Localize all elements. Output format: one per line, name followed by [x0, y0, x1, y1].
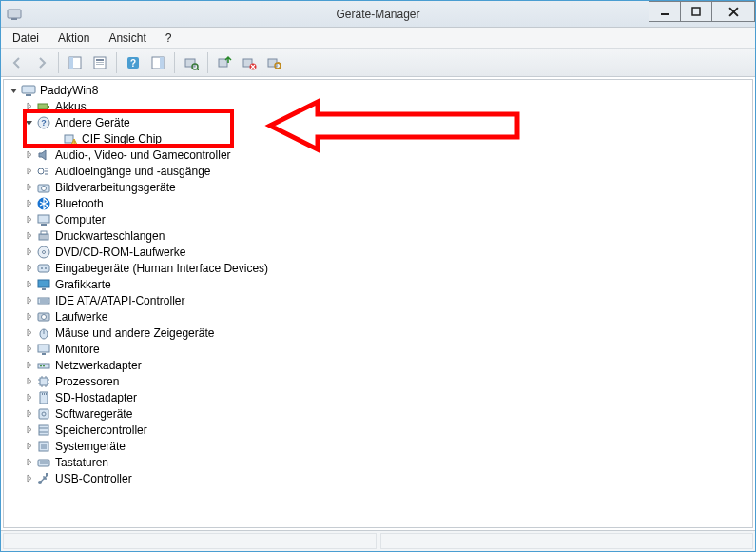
tree-root-node[interactable]: PaddyWin8: [8, 82, 752, 98]
content-area: PaddyWin8Akkus?Andere Geräte!CIF Single …: [1, 77, 755, 551]
mouse-icon: [36, 325, 51, 341]
expand-toggle-icon[interactable]: [23, 150, 34, 159]
expand-toggle-icon[interactable]: [23, 425, 34, 434]
svg-rect-14: [185, 59, 195, 67]
expand-toggle-icon[interactable]: [23, 361, 34, 369]
printer-icon: [36, 228, 51, 244]
toolbar-separator: [58, 52, 59, 73]
software-icon: [36, 406, 51, 422]
expand-toggle-icon[interactable]: [23, 264, 34, 272]
category-bluetooth[interactable]: Bluetooth: [8, 195, 752, 211]
show-hide-console-tree-button[interactable]: [64, 51, 87, 74]
expand-toggle-icon[interactable]: [23, 393, 34, 402]
statusbar: [1, 530, 755, 551]
maximize-button[interactable]: [680, 1, 712, 22]
category-tastaturen[interactable]: Tastaturen: [8, 454, 752, 470]
expand-toggle-icon[interactable]: [23, 183, 34, 191]
forward-button[interactable]: [30, 51, 53, 74]
expand-toggle-icon[interactable]: [23, 458, 34, 466]
svg-rect-23: [38, 104, 48, 109]
expand-toggle-icon[interactable]: [23, 474, 34, 483]
svg-text:?: ?: [41, 118, 47, 128]
hid-icon: [36, 261, 51, 276]
speaker-icon: [36, 148, 51, 163]
help-button[interactable]: ?: [122, 51, 145, 74]
usb-icon: [36, 471, 51, 486]
category-audioio[interactable]: Audioeingänge und -ausgänge: [8, 163, 752, 179]
back-button[interactable]: [6, 51, 29, 74]
category-ide[interactable]: IDE ATA/ATAPI-Controller: [8, 292, 752, 308]
category-label: Bildverarbeitungsgeräte: [55, 180, 176, 195]
category-speicher[interactable]: Speichercontroller: [8, 422, 752, 438]
sd-icon: [36, 390, 51, 405]
expand-toggle-icon[interactable]: [23, 296, 34, 305]
device-tree[interactable]: PaddyWin8Akkus?Andere Geräte!CIF Single …: [4, 80, 752, 496]
action-pane-button[interactable]: [146, 51, 169, 74]
category-label: Akkus: [55, 99, 87, 114]
expand-toggle-icon[interactable]: [8, 86, 19, 94]
svg-rect-0: [8, 10, 21, 18]
category-label: Speichercontroller: [55, 423, 147, 438]
category-system[interactable]: Systemgeräte: [8, 438, 752, 454]
toolbar-separator: [207, 52, 208, 73]
minimize-button[interactable]: [649, 1, 681, 22]
svg-rect-2: [661, 13, 669, 15]
menu-action[interactable]: Aktion: [48, 29, 99, 48]
disc-icon: [36, 245, 51, 260]
category-netzwerk[interactable]: Netzwerkadapter: [8, 357, 752, 373]
category-grafik[interactable]: Grafikkarte: [8, 276, 752, 292]
toolbar: ?: [1, 49, 755, 77]
category-bildverarb[interactable]: Bildverarbeitungsgeräte: [8, 179, 752, 195]
expand-toggle-icon[interactable]: [23, 409, 34, 418]
category-andere[interactable]: ?Andere Geräte: [8, 114, 752, 130]
expand-toggle-icon[interactable]: [23, 167, 34, 175]
disable-button[interactable]: [262, 51, 285, 74]
toolbar-separator: [116, 52, 117, 73]
expand-toggle-icon[interactable]: [23, 442, 34, 450]
update-driver-button[interactable]: [213, 51, 236, 74]
category-monitore[interactable]: Monitore: [8, 341, 752, 357]
category-software[interactable]: Softwaregeräte: [8, 405, 752, 422]
expand-toggle-icon[interactable]: [23, 377, 34, 385]
expand-toggle-icon[interactable]: [23, 215, 34, 224]
device-cif[interactable]: !CIF Single Chip: [8, 130, 752, 147]
category-label: Audio-, Video- und Gamecontroller: [55, 148, 231, 163]
category-computer[interactable]: Computer: [8, 211, 752, 227]
scan-hardware-button[interactable]: [180, 51, 203, 74]
menu-view[interactable]: Ansicht: [99, 29, 155, 48]
menu-help[interactable]: ?: [156, 29, 182, 48]
category-label: IDE ATA/ATAPI-Controller: [55, 293, 184, 308]
expand-toggle-icon[interactable]: [23, 345, 34, 353]
svg-rect-35: [39, 234, 48, 240]
expand-toggle-icon[interactable]: [23, 199, 34, 207]
expand-toggle-icon[interactable]: [23, 102, 34, 110]
properties-button[interactable]: [88, 51, 111, 74]
category-druckwarte[interactable]: Druckwarteschlangen: [8, 227, 752, 244]
svg-point-29: [38, 168, 44, 174]
category-akkus[interactable]: Akkus: [8, 98, 752, 114]
expand-toggle-icon[interactable]: [23, 312, 34, 321]
device-label: CIF Single Chip: [82, 131, 162, 147]
category-hid[interactable]: Eingabegeräte (Human Interface Devices): [8, 260, 752, 276]
expand-toggle-icon[interactable]: [23, 247, 34, 256]
category-label: Monitore: [55, 342, 100, 357]
category-dvd[interactable]: DVD/CD-ROM-Laufwerke: [8, 244, 752, 260]
uninstall-button[interactable]: [238, 51, 261, 74]
category-laufwerke[interactable]: Laufwerke: [8, 308, 752, 325]
svg-rect-44: [38, 298, 49, 304]
drive-icon: [36, 309, 51, 325]
svg-rect-42: [38, 280, 49, 287]
category-sdhost[interactable]: SD-Hostadapter: [8, 389, 752, 405]
svg-rect-56: [46, 393, 47, 395]
close-button[interactable]: [711, 1, 755, 22]
category-usb[interactable]: USB-Controller: [8, 470, 752, 486]
expand-toggle-icon[interactable]: [23, 280, 34, 288]
category-audio[interactable]: Audio-, Video- und Gamecontroller: [8, 147, 752, 163]
expand-toggle-icon[interactable]: [23, 118, 34, 127]
svg-rect-22: [26, 94, 31, 96]
menu-file[interactable]: Datei: [3, 29, 48, 48]
expand-toggle-icon[interactable]: [23, 231, 34, 240]
expand-toggle-icon[interactable]: [23, 328, 34, 337]
category-prozessoren[interactable]: Prozessoren: [8, 373, 752, 389]
category-maus[interactable]: Mäuse und andere Zeigegeräte: [8, 325, 752, 341]
